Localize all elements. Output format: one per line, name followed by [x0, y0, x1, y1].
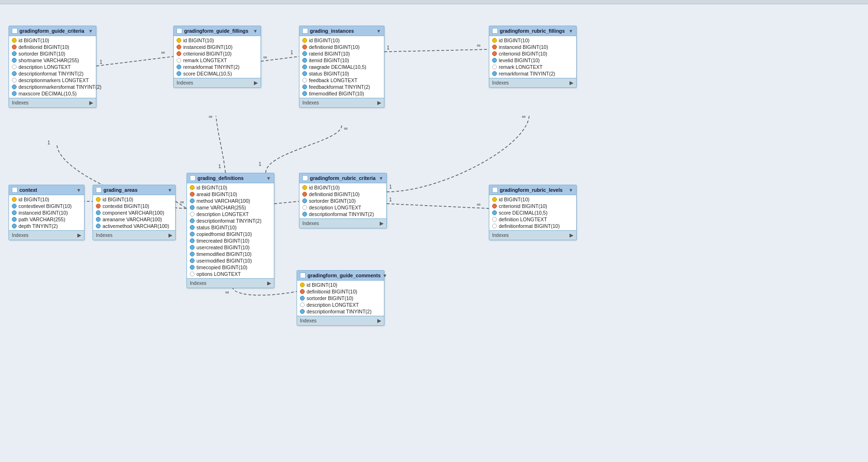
filter-icon-context[interactable]: ▼	[76, 188, 81, 193]
expand-arrow-icon[interactable]: ▶	[377, 100, 381, 106]
field-name: feedback LONGTEXT	[309, 77, 357, 83]
table-gradingform_rubric_levels[interactable]: gradingform_rubric_levels ▼ id BIGINT(10…	[489, 185, 577, 240]
field-name: score DECIMAL(10,5)	[183, 71, 232, 76]
table-body-gradingform_guide_comments: id BIGINT(10) definitionid BIGINT(10) so…	[297, 281, 384, 316]
table-db-icon-grading_guide_criteria	[12, 28, 18, 34]
expand-arrow-icon[interactable]: ▶	[569, 232, 573, 238]
field-name: remarkformat TINYINT(2)	[499, 71, 555, 76]
field-icon-idx	[190, 225, 195, 230]
svg-line-3	[261, 57, 299, 61]
table-footer-grading_guide_criteria[interactable]: Indexes ▶	[9, 98, 96, 107]
table-field: options LONGTEXT	[187, 271, 274, 277]
table-footer-grading_instances[interactable]: Indexes ▶	[299, 98, 384, 107]
table-footer-gradingform_rubric_fillings[interactable]: Indexes ▶	[489, 78, 576, 87]
field-icon-key	[96, 197, 101, 202]
table-gradingform_rubric_fillings[interactable]: gradingform_rubric_fillings ▼ id BIGINT(…	[489, 26, 577, 88]
table-field: descriptionmarkersformat TINYINT(2)	[9, 84, 96, 90]
table-field: description LONGTEXT	[187, 211, 274, 217]
table-header-gradingform_rubric_levels: gradingform_rubric_levels ▼	[489, 185, 576, 195]
field-icon-idx	[190, 258, 195, 263]
table-header-gradingform_rubric_fillings: gradingform_rubric_fillings ▼	[489, 26, 576, 36]
filter-icon-grading_areas[interactable]: ▼	[168, 188, 172, 193]
field-name: id BIGINT(10)	[499, 38, 530, 43]
field-icon-idx	[302, 71, 307, 76]
table-field: raterid BIGINT(10)	[299, 50, 384, 57]
field-icon-idx	[302, 58, 307, 63]
field-icon-idx	[12, 71, 17, 76]
table-field: instanceid BIGINT(10)	[489, 44, 576, 50]
table-footer-context[interactable]: Indexes ▶	[9, 230, 84, 240]
indexes-label: Indexes	[12, 100, 28, 105]
expand-arrow-icon[interactable]: ▶	[267, 280, 271, 286]
table-footer-grading_areas[interactable]: Indexes ▶	[93, 230, 175, 240]
table-db-icon-gradingform_guide_comments	[300, 273, 306, 278]
field-name: criterionid BIGINT(10)	[183, 51, 232, 57]
expand-arrow-icon[interactable]: ▶	[254, 80, 258, 86]
table-field: descriptionformat TINYINT(2)	[299, 211, 386, 217]
table-header-gradingform_guide_comments: gradingform_guide_comments ▼	[297, 271, 384, 281]
field-name: descriptionformat TINYINT(2)	[19, 71, 84, 76]
indexes-label: Indexes	[96, 233, 112, 238]
table-body-gradingform_rubric_criteria: id BIGINT(10) definitionid BIGINT(10) so…	[299, 183, 386, 218]
filter-icon-gradingform_rubric_fillings[interactable]: ▼	[569, 28, 573, 34]
table-grading_instances[interactable]: grading_instances ▼ id BIGINT(10) defini…	[299, 26, 384, 108]
filter-icon-grading_guide_criteria[interactable]: ▼	[88, 28, 93, 34]
table-field: definition LONGTEXT	[489, 216, 576, 223]
field-name: remark LONGTEXT	[183, 57, 227, 63]
table-gradingform_guide_fillings[interactable]: gradingform_guide_fillings ▼ id BIGINT(1…	[173, 26, 261, 88]
table-field: component VARCHAR(100)	[93, 209, 175, 216]
field-name: depth TINYINT(2)	[19, 223, 58, 229]
expand-arrow-icon[interactable]: ▶	[77, 232, 81, 238]
field-name: description LONGTEXT	[19, 64, 71, 70]
table-footer-gradingform_rubric_criteria[interactable]: Indexes ▶	[299, 218, 386, 228]
filter-icon-gradingform_rubric_criteria[interactable]: ▼	[379, 176, 383, 181]
table-gradingform_rubric_criteria[interactable]: gradingform_rubric_criteria ▼ id BIGINT(…	[299, 173, 387, 228]
table-context[interactable]: context ▼ id BIGINT(10) contextlevel BIG…	[9, 185, 84, 240]
field-icon-idx	[190, 238, 195, 243]
field-icon-fk	[12, 45, 17, 49]
field-icon-fk	[492, 45, 497, 49]
svg-text:1: 1	[259, 161, 261, 167]
table-grading_areas[interactable]: grading_areas ▼ id BIGINT(10) contextid …	[93, 185, 176, 240]
svg-text:1: 1	[389, 197, 392, 202]
table-gradingform_guide_comments[interactable]: gradingform_guide_comments ▼ id BIGINT(1…	[297, 270, 384, 326]
filter-icon-gradingform_guide_comments[interactable]: ▼	[383, 273, 387, 278]
svg-text:1: 1	[218, 164, 221, 169]
table-footer-gradingform_guide_comments[interactable]: Indexes ▶	[297, 316, 384, 325]
table-title-grading_areas: grading_areas	[103, 187, 138, 193]
field-name: shortname VARCHAR(255)	[19, 57, 79, 63]
indexes-label: Indexes	[300, 318, 317, 323]
table-db-icon-gradingform_rubric_fillings	[492, 28, 498, 34]
filter-icon-grading_definitions[interactable]: ▼	[266, 176, 271, 181]
table-grading_definitions[interactable]: grading_definitions ▼ id BIGINT(10) area…	[187, 173, 274, 288]
field-icon-idx	[12, 85, 17, 89]
expand-arrow-icon[interactable]: ▶	[168, 232, 172, 238]
table-field: id BIGINT(10)	[174, 37, 261, 44]
table-field: itemid BIGINT(10)	[299, 57, 384, 64]
filter-icon-gradingform_guide_fillings[interactable]: ▼	[253, 28, 258, 34]
expand-arrow-icon[interactable]: ▶	[89, 100, 93, 106]
field-name: path VARCHAR(255)	[19, 217, 65, 222]
table-field: feedbackformat TINYINT(2)	[299, 84, 384, 90]
field-name: sortorder BIGINT(10)	[309, 198, 356, 204]
table-footer-grading_definitions[interactable]: Indexes ▶	[187, 278, 274, 288]
table-field: description LONGTEXT	[297, 302, 384, 308]
field-icon-idx	[12, 91, 17, 96]
table-field: areaid BIGINT(10)	[187, 191, 274, 198]
expand-arrow-icon[interactable]: ▶	[380, 220, 383, 226]
table-db-icon-context	[12, 187, 18, 193]
filter-icon-grading_instances[interactable]: ▼	[376, 28, 381, 34]
table-field: description LONGTEXT	[9, 64, 96, 70]
table-footer-gradingform_guide_fillings[interactable]: Indexes ▶	[174, 78, 261, 87]
expand-arrow-icon[interactable]: ▶	[377, 318, 381, 324]
svg-text:∞: ∞	[477, 42, 481, 48]
expand-arrow-icon[interactable]: ▶	[569, 80, 573, 86]
field-icon-idx	[190, 218, 195, 223]
filter-icon-gradingform_rubric_levels[interactable]: ▼	[569, 188, 573, 193]
field-name: usermodified BIGINT(10)	[196, 258, 252, 264]
field-name: maxscore DECIMAL(10,5)	[19, 91, 77, 96]
table-field: feedback LONGTEXT	[299, 77, 384, 84]
table-footer-gradingform_rubric_levels[interactable]: Indexes ▶	[489, 230, 576, 240]
table-grading_guide_criteria[interactable]: gradingform_guide_criteria ▼ id BIGINT(1…	[9, 26, 96, 108]
table-field: definitionid BIGINT(10)	[299, 44, 384, 50]
